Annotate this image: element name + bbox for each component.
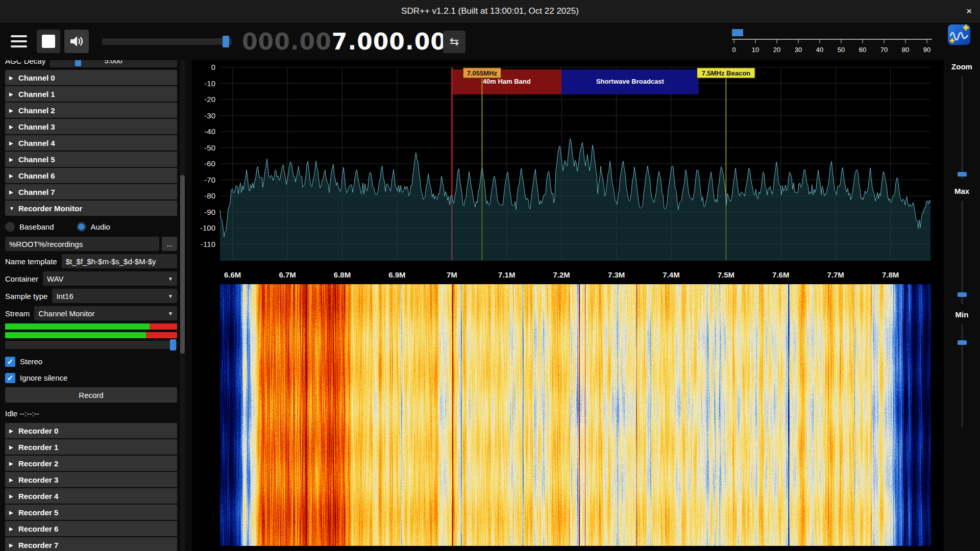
recorder-row[interactable]: ▶Recorder 2 (5, 456, 177, 471)
agc-decay-slider-handle[interactable] (75, 60, 81, 66)
baseband-radio-group[interactable]: Baseband (5, 222, 54, 232)
name-template-input[interactable]: $t_$f_$h-$m-$s_$d-$M-$y (62, 254, 177, 268)
container-label: Container (5, 274, 38, 283)
sdrpp-logo (947, 23, 971, 46)
expand-arrow-icon: ▶ (9, 461, 18, 466)
expand-arrow-icon: ▶ (9, 428, 18, 434)
channel-row[interactable]: ▶Channel 4 (5, 135, 177, 151)
expand-arrow-icon: ▶ (9, 477, 18, 483)
monitor-volume-handle[interactable] (170, 339, 176, 350)
volume-slider[interactable] (102, 38, 232, 45)
svg-text:30: 30 (795, 46, 802, 54)
svg-text:80: 80 (902, 46, 909, 54)
svg-text:-100: -100 (200, 223, 215, 232)
channel-row[interactable]: ▶Channel 6 (5, 168, 177, 183)
audio-radio-group[interactable]: Audio (77, 222, 110, 232)
min-slider[interactable] (960, 323, 964, 428)
zoom-slider-handle[interactable] (958, 172, 967, 177)
channel-row[interactable]: ▶Channel 5 (5, 152, 177, 167)
channel-row[interactable]: ▶Channel 7 (5, 184, 177, 199)
sidebar-scrollbar[interactable] (180, 60, 185, 551)
stop-icon (42, 35, 55, 48)
monitor-volume-slider[interactable] (5, 341, 177, 349)
record-button[interactable]: Record (5, 387, 177, 403)
stream-row: Stream Channel Monitor (5, 306, 177, 320)
frequency-leading-zeros: 000.00 (242, 29, 332, 55)
toolbar: 000.007.000.000 ⇆ 0102030405060708090 (0, 22, 980, 60)
expand-arrow-icon: ▶ (9, 493, 18, 499)
recorder-row[interactable]: ▶Recorder 7 (5, 537, 177, 551)
mute-button[interactable] (64, 30, 89, 53)
channel-row[interactable]: ▶Channel 3 (5, 119, 177, 134)
svg-text:6.7M: 6.7M (279, 270, 296, 279)
sidebar-scrollbar-thumb[interactable] (180, 175, 185, 354)
svg-text:90: 90 (923, 46, 930, 54)
min-slider-handle[interactable] (958, 340, 967, 345)
stereo-checkbox-row[interactable]: Stereo (5, 355, 177, 368)
agc-decay-row: AGC Decay 5.000 (5, 60, 177, 68)
stream-select[interactable]: Channel Monitor (34, 306, 177, 320)
recording-mode-row: Baseband Audio (5, 219, 177, 234)
container-select[interactable]: WAV (43, 271, 177, 286)
svg-text:10: 10 (752, 46, 759, 54)
recorder-row[interactable]: ▶Recorder 6 (5, 521, 177, 536)
recorder-row[interactable]: ▶Recorder 4 (5, 488, 177, 504)
module-label: Channel 5 (18, 155, 55, 164)
svg-text:-110: -110 (201, 240, 215, 248)
frequency-display[interactable]: 000.007.000.000 (242, 22, 463, 60)
expand-arrow-icon: ▶ (9, 510, 18, 515)
module-label: Channel 1 (18, 90, 55, 98)
waterfall[interactable] (220, 284, 930, 546)
close-icon[interactable]: × (966, 6, 972, 17)
swap-arrows-icon: ⇆ (450, 35, 459, 48)
max-slider[interactable] (960, 200, 964, 305)
svg-text:7.2M: 7.2M (553, 270, 570, 279)
svg-text:50: 50 (838, 46, 845, 54)
recorder-row[interactable]: ▶Recorder 3 (5, 472, 177, 487)
source-swap-button[interactable]: ⇆ (443, 31, 465, 53)
svg-text:40: 40 (816, 46, 823, 54)
channel-row[interactable]: ▶Channel 1 (5, 86, 177, 102)
recorder-monitor-header[interactable]: ▼ Recorder Monitor (5, 201, 177, 216)
recorder-row[interactable]: ▶Recorder 5 (5, 505, 177, 520)
expand-arrow-icon: ▶ (9, 91, 18, 97)
expand-arrow-icon: ▶ (9, 108, 18, 113)
audio-radio[interactable] (77, 222, 86, 232)
stereo-checkbox[interactable] (5, 357, 15, 367)
menu-button[interactable] (7, 30, 31, 53)
collapse-arrow-icon: ▼ (9, 206, 18, 211)
zoom-slider[interactable] (960, 76, 964, 180)
agc-decay-slider[interactable]: 5.000 (50, 60, 177, 67)
titlebar: SDR++ v1.2.1 (Built at 13:00:01, Oct 22 … (0, 0, 980, 22)
svg-text:-90: -90 (204, 208, 215, 216)
recorder-row[interactable]: ▶Recorder 1 (5, 439, 177, 455)
module-label: Channel 0 (18, 73, 55, 82)
svg-text:Shortwave Broadcast: Shortwave Broadcast (596, 78, 665, 85)
stop-button[interactable] (37, 30, 60, 53)
svg-text:7.055MHz: 7.055MHz (467, 69, 498, 77)
recording-path-input[interactable]: %ROOT%/recordings (5, 237, 159, 251)
ignore-silence-checkbox-row[interactable]: Ignore silence (5, 371, 177, 385)
snr-meter: 0102030405060708090 (729, 24, 935, 56)
baseband-radio[interactable] (5, 222, 15, 232)
channel-row[interactable]: ▶Channel 0 (5, 70, 177, 85)
module-label: Channel 2 (18, 106, 55, 115)
browse-button[interactable]: ... (162, 237, 177, 251)
fft-plot[interactable]: 0-10-20-30-40-50-60-70-80-90-100-1106.6M… (192, 60, 944, 284)
module-label: Recorder 5 (18, 508, 58, 517)
ignore-silence-checkbox[interactable] (5, 373, 15, 383)
svg-text:-30: -30 (204, 111, 215, 120)
spectrum-area: 0-10-20-30-40-50-60-70-80-90-100-1106.6M… (192, 60, 944, 551)
expand-arrow-icon: ▶ (9, 140, 18, 146)
channel-row[interactable]: ▶Channel 2 (5, 103, 177, 118)
chevron-down-icon (168, 293, 173, 299)
module-label: Recorder 0 (18, 427, 58, 435)
expand-arrow-icon: ▶ (9, 75, 18, 81)
svg-text:70: 70 (880, 46, 888, 54)
recorder-row[interactable]: ▶Recorder 0 (5, 423, 177, 438)
volume-slider-handle[interactable] (223, 36, 229, 47)
svg-text:7.5M: 7.5M (718, 270, 734, 279)
max-slider-handle[interactable] (958, 292, 967, 297)
svg-text:20: 20 (773, 46, 780, 54)
sample-type-select[interactable]: Int16 (52, 289, 177, 303)
